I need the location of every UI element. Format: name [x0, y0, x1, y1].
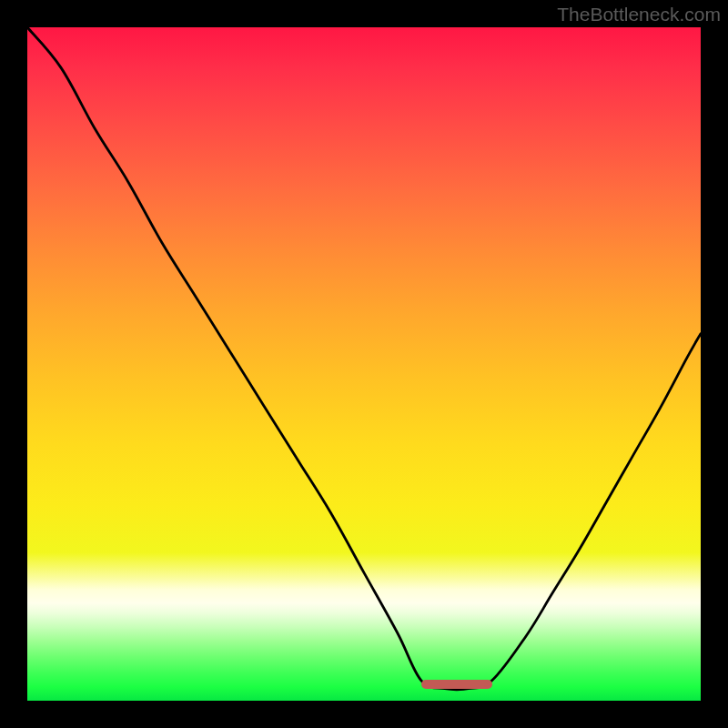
plot-area: [27, 27, 701, 701]
attribution-text: TheBottleneck.com: [557, 4, 721, 25]
optimal-range-marker: [421, 680, 492, 689]
bottleneck-curve: [27, 27, 701, 701]
